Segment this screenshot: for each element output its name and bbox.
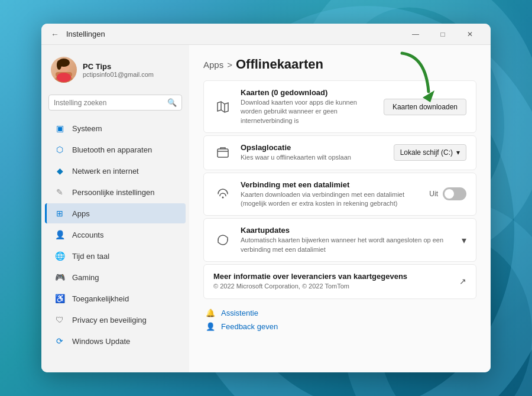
minimize-button[interactable]: —: [402, 24, 429, 45]
verbinding-toggle-container: Uit: [429, 187, 466, 200]
svg-point-4: [57, 73, 71, 82]
opslaglocatie-text: Opslaglocatie Kies waar u offlinekaarten…: [241, 143, 385, 162]
systeem-icon: ▣: [54, 123, 65, 134]
leveranciers-card: Meer informatie over leveranciers van ka…: [203, 264, 476, 298]
breadcrumb-current: Offlinekaarten: [236, 57, 323, 72]
kaartupdates-expand-icon[interactable]: ▾: [462, 235, 466, 245]
user-name: PC Tips: [83, 62, 154, 71]
opslaglocatie-dropdown-icon: ▾: [456, 148, 460, 157]
nav-label-apps: Apps: [72, 209, 90, 218]
opslaglocatie-desc: Kies waar u offlinekaarten wilt opslaan: [241, 153, 385, 162]
opslaglocatie-icon: [213, 143, 232, 162]
kaartupdates-title: Kaartupdates: [241, 226, 453, 235]
assistentie-link[interactable]: 🔔 Assistentie: [206, 309, 476, 317]
kaartupdates-desc: Automatisch kaarten bijwerken wanneer he…: [241, 236, 453, 254]
kaarten-text: Kaarten (0 gedownload) Download kaarten …: [241, 88, 375, 125]
leveranciers-external-icon[interactable]: ↗: [459, 277, 466, 286]
sidebar-item-netwerk[interactable]: ◆ Netwerk en internet: [45, 161, 186, 181]
apps-icon: ⊞: [54, 208, 65, 219]
titlebar: ← Instellingen — □ ✕: [41, 24, 491, 45]
breadcrumb-separator: >: [227, 60, 232, 70]
sidebar: PC Tips pctipsinfo01@gmail.com 🔍 ▣ Syste…: [41, 45, 189, 372]
bluetooth-icon: ⬡: [54, 144, 65, 155]
search-input[interactable]: [54, 99, 164, 107]
svg-point-8: [222, 197, 224, 199]
verbinding-desc: Kaarten downloaden via verbindingen met …: [241, 190, 421, 209]
nav-label-systeem: Systeem: [72, 124, 102, 133]
nav-label-accounts: Accounts: [72, 231, 103, 239]
search-icon: 🔍: [167, 98, 177, 107]
kaarten-action: Kaarten downloaden: [384, 99, 466, 115]
kaarten-downloaden-button[interactable]: Kaarten downloaden: [384, 99, 466, 115]
sidebar-item-systeem[interactable]: ▣ Systeem: [45, 118, 186, 138]
footer-links: 🔔 Assistentie 👤 Feedback geven: [203, 309, 476, 331]
svg-rect-7: [218, 149, 228, 157]
main-panel: Apps > Offlinekaarten Kaarten (0 gedownl…: [189, 45, 491, 372]
settings-cards: Kaarten (0 gedownload) Download kaarten …: [203, 80, 476, 299]
kaarten-icon: [213, 98, 232, 116]
settings-window: ← Instellingen — □ ✕: [41, 24, 491, 372]
user-info: PC Tips pctipsinfo01@gmail.com: [83, 62, 154, 78]
sidebar-item-privacy[interactable]: 🛡 Privacy en beveiliging: [45, 310, 186, 330]
breadcrumb-parent[interactable]: Apps: [203, 60, 223, 70]
sidebar-item-tijd[interactable]: 🌐 Tijd en taal: [45, 246, 186, 266]
kaartupdates-icon: [213, 231, 232, 249]
sidebar-item-windowsupdate[interactable]: ⟳ Windows Update: [45, 331, 186, 351]
nav-label-persoonlijk: Persoonlijke instellingen: [72, 188, 154, 197]
opslaglocatie-dropdown[interactable]: Lokale schijf (C:) ▾: [394, 144, 466, 161]
kaarten-card: Kaarten (0 gedownload) Download kaarten …: [203, 80, 476, 133]
verbinding-icon: [213, 184, 232, 203]
nav-label-toegankelijkheid: Toegankelijkheid: [72, 294, 129, 303]
verbinding-card: Verbinding met een datalimiet Kaarten do…: [203, 173, 476, 216]
avatar: [51, 57, 77, 83]
accounts-icon: 👤: [54, 229, 65, 240]
windowsupdate-icon: ⟳: [54, 336, 65, 346]
feedback-icon: 👤: [206, 322, 215, 331]
sidebar-item-accounts[interactable]: 👤 Accounts: [45, 225, 186, 245]
kaarten-desc: Download kaarten voor apps die kunnen wo…: [241, 98, 375, 125]
search-container: 🔍: [41, 92, 189, 118]
netwerk-icon: ◆: [54, 165, 65, 176]
nav-label-tijd: Tijd en taal: [72, 252, 109, 261]
nav-label-netwerk: Netwerk en internet: [72, 167, 139, 176]
feedback-label: Feedback geven: [221, 322, 278, 331]
maximize-button[interactable]: □: [429, 24, 456, 45]
leveranciers-action: ↗: [459, 276, 466, 287]
opslaglocatie-dropdown-label: Lokale schijf (C:): [400, 148, 453, 157]
sidebar-item-apps[interactable]: ⊞ Apps: [45, 203, 186, 223]
sidebar-item-toegankelijkheid[interactable]: ♿ Toegankelijkheid: [45, 288, 186, 309]
content-area: PC Tips pctipsinfo01@gmail.com 🔍 ▣ Syste…: [41, 45, 491, 372]
verbinding-action: Uit: [429, 187, 466, 200]
search-box[interactable]: 🔍: [48, 95, 182, 111]
opslaglocatie-card: Opslaglocatie Kies waar u offlinekaarten…: [203, 135, 476, 170]
persoonlijk-icon: ✎: [54, 187, 65, 197]
nav-label-privacy: Privacy en beveiliging: [72, 316, 147, 324]
toegankelijkheid-icon: ♿: [54, 293, 65, 304]
sidebar-item-bluetooth[interactable]: ⬡ Bluetooth en apparaten: [45, 139, 186, 160]
leveranciers-title: Meer informatie over leveranciers van ka…: [213, 272, 451, 281]
close-button[interactable]: ✕: [456, 24, 484, 45]
verbinding-title: Verbinding met een datalimiet: [241, 180, 421, 189]
gaming-icon: 🎮: [54, 272, 65, 283]
nav-label-bluetooth: Bluetooth en apparaten: [72, 145, 152, 154]
breadcrumb: Apps > Offlinekaarten: [203, 57, 476, 72]
kaarten-title: Kaarten (0 gedownload): [241, 88, 375, 97]
user-email: pctipsinfo01@gmail.com: [83, 71, 154, 78]
privacy-icon: 🛡: [54, 314, 65, 325]
titlebar-title: Instellingen: [66, 30, 402, 38]
kaartupdates-card: Kaartupdates Automatisch kaarten bijwerk…: [203, 218, 476, 262]
svg-point-6: [57, 60, 61, 70]
back-button[interactable]: ←: [48, 28, 61, 41]
window-controls: — □ ✕: [402, 24, 484, 45]
feedback-link[interactable]: 👤 Feedback geven: [206, 322, 476, 331]
tijd-icon: 🌐: [54, 251, 65, 261]
nav-label-gaming: Gaming: [72, 273, 99, 282]
sidebar-item-persoonlijk[interactable]: ✎ Persoonlijke instellingen: [45, 182, 186, 202]
kaartupdates-action: ▾: [462, 235, 466, 246]
verbinding-text: Verbinding met een datalimiet Kaarten do…: [241, 180, 421, 209]
assistentie-icon: 🔔: [206, 309, 215, 317]
sidebar-item-gaming[interactable]: 🎮 Gaming: [45, 267, 186, 287]
verbinding-toggle[interactable]: [443, 187, 466, 200]
toggle-label: Uit: [429, 190, 438, 198]
leveranciers-text: Meer informatie over leveranciers van ka…: [213, 272, 451, 291]
